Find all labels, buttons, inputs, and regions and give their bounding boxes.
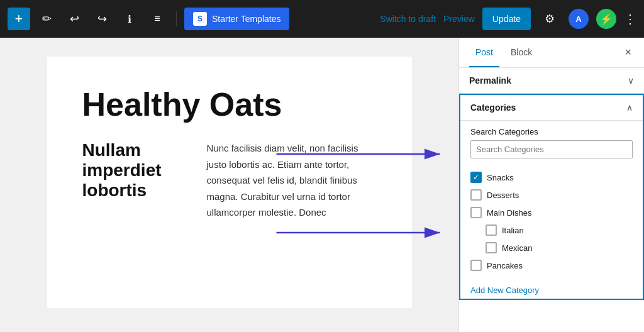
separator [176,11,177,26]
performance-button[interactable]: ⚡ [596,9,616,29]
sidebar-body: Permalink ∨ Categories ∧ Search Categori… [459,68,644,332]
info-icon: ℹ [128,13,131,25]
switch-to-draft-button[interactable]: Switch to draft [380,14,436,24]
toolbar: + ✏ ↩ ↪ ℹ ≡ S Starter Templates Switch t… [0,0,644,38]
post-subtitle[interactable]: Nullam imperdiet lobortis [82,140,182,201]
list-item[interactable]: ✓ Snacks [470,169,633,186]
toolbar-right: Switch to draft Preview Update ⚙ A ⚡ ⋮ [380,8,636,30]
redo-button[interactable]: ↪ [91,8,113,30]
undo-button[interactable]: ↩ [63,8,86,30]
list-item[interactable]: Main Dishes [470,204,633,221]
add-new-category-link[interactable]: Add New Category [460,282,643,299]
astra-icon: A [575,14,581,24]
sidebar: Post Block × Permalink ∨ Categories ∧ Se… [458,38,644,332]
post-body[interactable]: Nunc facilisis diam velit, non facilisis… [207,140,377,221]
category-label-desserts: Desserts [487,191,519,200]
redo-icon: ↪ [97,12,107,26]
post-title[interactable]: Healthy Oats [82,87,377,123]
category-checkbox-mexican[interactable] [486,242,497,253]
lightning-icon: ⚡ [600,13,613,25]
starter-templates-icon: S [193,12,207,26]
settings-button[interactable]: ⚙ [538,8,561,30]
main-layout: Healthy Oats Nullam imperdiet lobortis N… [0,38,644,332]
category-checkbox-italian[interactable] [486,224,497,236]
category-checkbox-pancakes[interactable] [470,260,482,271]
astra-button[interactable]: A [569,9,589,29]
list-icon: ≡ [154,13,160,25]
tab-post[interactable]: Post [469,38,499,67]
list-item[interactable]: Desserts [470,186,633,204]
category-label-italian: Italian [502,226,524,235]
search-categories-input[interactable] [470,140,633,158]
starter-templates-label: Starter Templates [212,14,280,24]
permalink-chevron-icon: ∨ [628,75,634,86]
categories-panel-header[interactable]: Categories ∧ [460,95,643,121]
edit-button[interactable]: ✏ [35,8,58,30]
list-item[interactable]: Pancakes [470,257,633,274]
list-item[interactable]: Italian [470,221,633,239]
categories-list: ✓ Snacks Desserts Main Dishes [460,165,643,282]
gear-icon: ⚙ [545,12,555,26]
category-label-main-dishes: Main Dishes [487,208,532,218]
starter-templates-button[interactable]: S Starter Templates [184,8,289,30]
plus-icon: + [15,11,23,27]
pencil-icon: ✏ [42,12,52,26]
category-label-snacks: Snacks [487,173,514,182]
categories-label: Categories [470,102,516,113]
list-item[interactable]: Mexican [470,239,633,257]
permalink-panel-header[interactable]: Permalink ∨ [459,68,644,94]
categories-panel: Categories ∧ Search Categories ✓ Snacks [459,94,644,300]
more-options-button[interactable]: ⋮ [624,11,636,26]
search-categories-label: Search Categories [470,127,633,136]
add-block-button[interactable]: + [8,8,30,30]
vertical-dots-icon: ⋮ [624,12,636,26]
editor-content: Healthy Oats Nullam imperdiet lobortis N… [47,57,412,308]
category-checkbox-main-dishes[interactable] [470,207,482,218]
category-label-mexican: Mexican [502,243,532,253]
category-checkbox-desserts[interactable] [470,189,482,201]
category-checkbox-snacks[interactable]: ✓ [470,172,482,183]
update-button[interactable]: Update [482,8,531,30]
search-categories-area: Search Categories [460,121,643,165]
sidebar-close-button[interactable]: × [622,43,634,62]
info-button[interactable]: ℹ [118,8,141,30]
preview-button[interactable]: Preview [443,14,475,24]
categories-chevron-icon: ∧ [626,102,633,113]
editor-area: Healthy Oats Nullam imperdiet lobortis N… [0,38,458,332]
permalink-label: Permalink [469,75,511,86]
tab-block[interactable]: Block [504,38,538,67]
sidebar-tabs: Post Block × [459,38,644,68]
list-view-button[interactable]: ≡ [146,8,169,30]
category-label-pancakes: Pancakes [487,261,523,270]
undo-icon: ↩ [70,12,79,26]
